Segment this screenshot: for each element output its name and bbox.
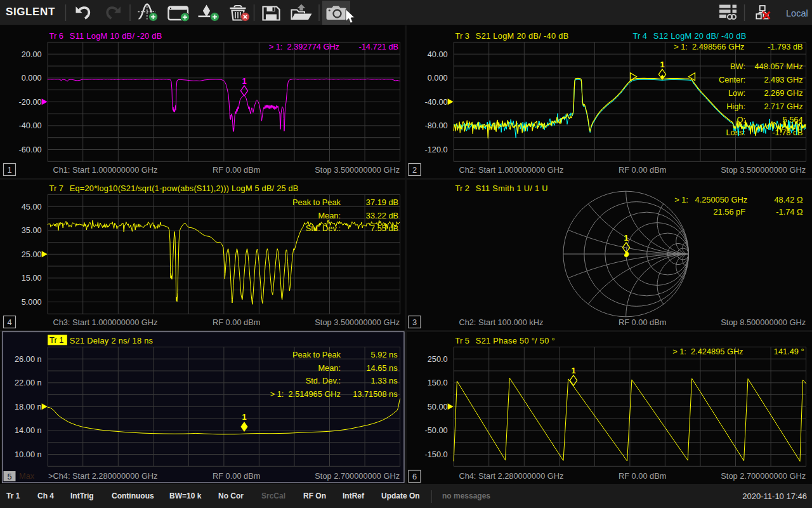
svg-text:Tr 2: Tr 2 <box>455 184 469 193</box>
svg-text:0.000: 0.000 <box>428 73 448 83</box>
svg-text:Tr 3: Tr 3 <box>455 31 469 41</box>
svg-text:Q:: Q: <box>737 115 745 124</box>
svg-text:1: 1 <box>660 60 664 69</box>
svg-text:-1.793 dB: -1.793 dB <box>768 42 803 51</box>
svg-text:-150.0: -150.0 <box>424 450 447 459</box>
svg-text:RF 0.00 dBm: RF 0.00 dBm <box>619 165 666 175</box>
svg-text:1: 1 <box>624 233 628 243</box>
svg-text:2.717 GHz: 2.717 GHz <box>764 102 802 111</box>
svg-text:4: 4 <box>7 318 11 327</box>
svg-text:3: 3 <box>412 318 417 327</box>
svg-text:Ch2: Start 1.000000000 GHz: Ch2: Start 1.000000000 GHz <box>459 165 563 175</box>
svg-text:High:: High: <box>726 102 745 111</box>
svg-text:Stop 3.500000000 GHz: Stop 3.500000000 GHz <box>315 165 400 175</box>
svg-text:-14.721 dB: -14.721 dB <box>358 42 398 51</box>
svg-text:S21 LogM 20 dB/ -40 dB: S21 LogM 20 dB/ -40 dB <box>476 31 569 41</box>
svg-text:BW:: BW: <box>730 62 745 71</box>
svg-text:448.057 MHz: 448.057 MHz <box>754 62 802 71</box>
svg-text:26.00 n: 26.00 n <box>15 354 42 364</box>
svg-text:Tr 5: Tr 5 <box>455 336 469 345</box>
svg-text:25.00: 25.00 <box>22 250 42 259</box>
svg-text:Stop 3.500000000 GHz: Stop 3.500000000 GHz <box>315 318 400 327</box>
svg-text:RF 0.00 dBm: RF 0.00 dBm <box>213 318 260 327</box>
svg-text:1.33 ns: 1.33 ns <box>371 376 398 385</box>
svg-text:10.00 n: 10.00 n <box>15 450 42 459</box>
svg-text:RF 0.00 dBm: RF 0.00 dBm <box>619 318 666 327</box>
svg-text:50.00: 50.00 <box>428 402 448 411</box>
svg-text:-80.00: -80.00 <box>424 121 447 130</box>
svg-text:Low:: Low: <box>728 88 745 98</box>
svg-text:Eq=20*log10(S21/sqrt(1-pow(abs: Eq=20*log10(S21/sqrt(1-pow(abs(S11),2)))… <box>70 184 299 193</box>
svg-text:22.00 n: 22.00 n <box>15 378 42 387</box>
svg-text:2: 2 <box>412 165 417 175</box>
svg-text:Max: Max <box>19 471 35 481</box>
svg-text:Stop 2.700000000 GHz: Stop 2.700000000 GHz <box>315 471 400 481</box>
svg-text:> 1: 4.250050 GHz: > 1: 4.250050 GHz <box>674 195 747 204</box>
svg-text:2.493 GHz: 2.493 GHz <box>764 75 802 84</box>
svg-text:RF 0.00 dBm: RF 0.00 dBm <box>619 471 666 481</box>
svg-text:-120.0: -120.0 <box>424 145 447 154</box>
svg-text:2.269 GHz: 2.269 GHz <box>764 88 802 98</box>
svg-text:5.000: 5.000 <box>22 297 42 307</box>
svg-text:Stop 8.500000000 GHz: Stop 8.500000000 GHz <box>721 318 806 327</box>
svg-text:> 1: 2.424895 GHz: > 1: 2.424895 GHz <box>672 347 743 356</box>
svg-text:-40.00: -40.00 <box>424 97 447 107</box>
svg-text:-20.00: -20.00 <box>18 97 41 107</box>
svg-text:Ch1: Start 1.000000000 GHz: Ch1: Start 1.000000000 GHz <box>53 165 157 175</box>
svg-text:S12 LogM 20 dB/ -40 dB: S12 LogM 20 dB/ -40 dB <box>653 31 747 41</box>
svg-text:250.0: 250.0 <box>428 354 448 364</box>
svg-text:14.00 n: 14.00 n <box>15 425 42 435</box>
svg-text:Stop 3.500000000 GHz: Stop 3.500000000 GHz <box>721 165 806 175</box>
svg-text:21.56 pF: 21.56 pF <box>713 207 745 217</box>
svg-text:Ch3: Start 1.000000000 GHz: Ch3: Start 1.000000000 GHz <box>53 318 157 327</box>
svg-text:S11 Smith 1 U/ 1 U: S11 Smith 1 U/ 1 U <box>476 184 548 193</box>
svg-text:20.00: 20.00 <box>22 50 42 59</box>
svg-text:> 1: 2.514965 GHz: > 1: 2.514965 GHz <box>270 389 341 399</box>
svg-text:Mean:: Mean: <box>318 363 341 373</box>
svg-text:15.00: 15.00 <box>22 273 42 283</box>
svg-text:-1.74 Ω: -1.74 Ω <box>776 207 803 217</box>
svg-text:> 1: 2.498566 GHz: > 1: 2.498566 GHz <box>674 42 744 51</box>
svg-text:S11 LogM 10 dB/ -20 dB: S11 LogM 10 dB/ -20 dB <box>70 31 162 41</box>
svg-text:S21 Phase 50 °/ 50 °: S21 Phase 50 °/ 50 ° <box>476 336 555 345</box>
svg-text:1: 1 <box>242 412 246 422</box>
svg-text:RF 0.00 dBm: RF 0.00 dBm <box>213 471 260 481</box>
svg-text:37.19 dB: 37.19 dB <box>366 197 398 207</box>
svg-text:35.00: 35.00 <box>22 225 42 235</box>
svg-text:40.00: 40.00 <box>428 50 448 59</box>
svg-text:141.49 °: 141.49 ° <box>774 347 804 356</box>
svg-text:Tr 7: Tr 7 <box>49 184 63 193</box>
svg-text:Peak to Peak: Peak to Peak <box>292 197 341 207</box>
svg-text:1: 1 <box>571 366 575 375</box>
svg-text:1: 1 <box>242 76 246 86</box>
svg-text:48.42 Ω: 48.42 Ω <box>774 195 803 204</box>
svg-text:> 1: 2.392774 GHz: > 1: 2.392774 GHz <box>269 42 339 51</box>
svg-text:5.92 ns: 5.92 ns <box>371 350 398 359</box>
svg-text:13.71508 ns: 13.71508 ns <box>353 389 397 399</box>
svg-text:>Ch4: Start 2.280000000 GHz: >Ch4: Start 2.280000000 GHz <box>48 471 158 481</box>
svg-text:33.22 dB: 33.22 dB <box>366 211 398 220</box>
svg-text:Std. Dev.:: Std. Dev.: <box>306 376 341 385</box>
svg-text:Tr 1: Tr 1 <box>49 335 63 345</box>
svg-text:6: 6 <box>412 472 417 481</box>
svg-text:Tr 4: Tr 4 <box>633 31 647 41</box>
svg-text:Tr 6: Tr 6 <box>49 31 63 41</box>
svg-text:14.65 ns: 14.65 ns <box>366 363 397 373</box>
svg-text:45.00: 45.00 <box>22 202 42 211</box>
svg-text:5: 5 <box>7 472 11 481</box>
svg-text:Stop 2.700000000 GHz: Stop 2.700000000 GHz <box>721 471 806 481</box>
svg-text:-50.00: -50.00 <box>424 425 447 435</box>
svg-text:S21 Delay 2 ns/ 18 ns: S21 Delay 2 ns/ 18 ns <box>70 336 154 345</box>
svg-text:Mean:: Mean: <box>318 211 341 220</box>
svg-text:1: 1 <box>7 165 11 175</box>
svg-text:0.000: 0.000 <box>22 73 42 83</box>
svg-text:RF 0.00 dBm: RF 0.00 dBm <box>213 165 260 175</box>
svg-text:Ch2: Start 100.000 kHz: Ch2: Start 100.000 kHz <box>459 318 543 327</box>
svg-text:Peak to Peak: Peak to Peak <box>292 350 341 359</box>
svg-text:18.00 n: 18.00 n <box>15 402 42 411</box>
svg-text:-60.00: -60.00 <box>18 145 41 154</box>
svg-text:-40.00: -40.00 <box>18 121 41 130</box>
svg-text:Ch4: Start 2.280000000 GHz: Ch4: Start 2.280000000 GHz <box>459 471 563 481</box>
svg-text:Center:: Center: <box>719 75 745 84</box>
svg-text:150.0: 150.0 <box>428 378 448 387</box>
